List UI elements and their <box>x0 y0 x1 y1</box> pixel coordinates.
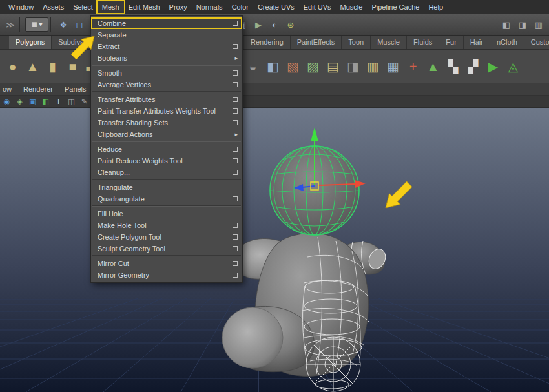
bridge-icon[interactable]: ▦ <box>384 52 402 81</box>
poly-cone-icon[interactable]: ▲ <box>23 52 42 81</box>
menubar-item[interactable]: Edit Mesh <box>124 1 165 13</box>
option-box-icon[interactable] <box>233 97 238 102</box>
option-box-icon[interactable] <box>233 273 238 278</box>
menubar-item[interactable]: Help <box>424 1 448 13</box>
menu-item[interactable]: Paint Reduce Weights Tool <box>91 155 242 167</box>
menubar-item[interactable]: Muscle <box>336 1 368 13</box>
option-box-icon[interactable] <box>233 170 238 175</box>
menu-collapse-icon[interactable]: ≫ <box>3 17 17 32</box>
bookmark-icon[interactable]: ◧ <box>40 96 51 107</box>
shelf-tab[interactable]: Hair <box>464 36 490 49</box>
separate-icon[interactable]: ▨ <box>304 52 322 81</box>
option-box-icon[interactable] <box>233 70 238 76</box>
menubar-item[interactable]: Pipeline Cache <box>367 1 424 13</box>
menu-item[interactable]: Cleanup... <box>91 167 242 178</box>
menu-item[interactable]: Mirror Geometry <box>91 269 242 281</box>
lock-camera-icon[interactable]: ◈ <box>14 96 25 107</box>
menubar-item[interactable]: Create UVs <box>253 1 299 13</box>
menu-item[interactable]: Combine <box>91 17 242 29</box>
pan-zoom-icon[interactable]: ◫ <box>66 96 77 107</box>
panel-menu-item-renderer[interactable]: Renderer <box>23 85 53 93</box>
shelf-tab[interactable]: nCloth <box>490 36 524 49</box>
checker-map-icon[interactable]: ▚ <box>444 52 462 81</box>
menu-item[interactable]: Sculpt Geometry Tool <box>91 243 242 254</box>
menubar-item[interactable]: Mesh <box>98 1 124 13</box>
option-box-icon[interactable] <box>233 158 238 163</box>
menubar-item[interactable]: Color <box>227 1 253 13</box>
option-box-icon[interactable] <box>233 246 238 251</box>
option-box-icon[interactable] <box>233 196 238 201</box>
menubar-item[interactable]: Proxy <box>165 1 192 13</box>
show-tool-settings-icon[interactable]: ◨ <box>515 17 530 32</box>
menubar-item[interactable]: Window <box>4 1 38 13</box>
uv-checker-icon[interactable]: ▞ <box>464 52 482 81</box>
camera-attributes-icon[interactable]: ▣ <box>27 96 38 107</box>
option-box-icon[interactable] <box>233 44 238 49</box>
shelf-tab[interactable]: Subdivs <box>52 36 90 49</box>
shelf-tab[interactable]: Fur <box>439 36 464 49</box>
menu-item[interactable]: Reduce <box>91 143 242 155</box>
menu-item[interactable]: Triangulate <box>91 181 242 193</box>
menu-item[interactable]: Paint Transfer Attributes Weights Tool <box>91 105 242 117</box>
shelf-tab[interactable]: Toon <box>342 36 371 49</box>
menu-item[interactable]: Booleans ▸ <box>91 52 242 64</box>
sculpt-geometry-icon[interactable]: ◒ <box>243 52 262 81</box>
grease-pencil-icon[interactable]: ✎ <box>79 96 90 107</box>
normals-icon[interactable]: ▶ <box>484 52 502 81</box>
teddy-bear-model[interactable] <box>222 127 388 391</box>
panel-menu-item-panels[interactable]: Panels <box>65 85 87 93</box>
extrude-icon[interactable]: ◨ <box>344 52 362 81</box>
select-object-icon[interactable]: ◻ <box>72 17 87 32</box>
render-settings-icon[interactable]: ⊛ <box>284 17 298 32</box>
menu-item[interactable]: Make Hole Tool <box>91 220 242 231</box>
option-box-icon[interactable] <box>233 120 238 125</box>
image-plane-icon[interactable]: T <box>53 96 64 107</box>
selection-mask-dropdown[interactable]: ▦ ▾ <box>25 17 48 32</box>
menu-item[interactable]: Mirror Cut <box>91 258 242 269</box>
shelf-tab[interactable]: Fluids <box>407 36 439 49</box>
shelf-tab[interactable]: Muscle <box>371 36 407 49</box>
menu-item[interactable]: Quadrangulate <box>91 193 242 205</box>
menu-item[interactable]: Clipboard Actions ▸ <box>91 129 242 140</box>
bevel-icon[interactable]: ▥ <box>364 52 382 81</box>
combine-icon[interactable]: ▧ <box>284 52 302 81</box>
select-hierarchy-icon[interactable]: ❖ <box>56 17 70 32</box>
menu-item[interactable]: Smooth <box>91 67 242 79</box>
menu-item[interactable]: Transfer Attributes <box>91 94 242 105</box>
shelf-tab[interactable]: Rendering <box>244 36 291 49</box>
option-box-icon[interactable] <box>233 108 238 114</box>
menu-item[interactable]: Extract <box>91 41 242 52</box>
smooth-icon[interactable]: ▤ <box>324 52 342 81</box>
panel-menu-item-show[interactable]: ow <box>3 85 12 93</box>
append-polygon-icon[interactable]: + <box>404 52 422 81</box>
menu-item[interactable]: Separate <box>91 29 242 41</box>
option-box-icon[interactable] <box>233 82 238 87</box>
menubar-item[interactable]: Edit UVs <box>299 1 336 13</box>
poly-cylinder-icon[interactable]: ▮ <box>43 52 62 81</box>
menubar-item[interactable]: Assets <box>38 1 68 13</box>
shelf-tab[interactable]: PaintEffects <box>291 36 342 49</box>
shelf-tab[interactable]: Custom <box>524 36 549 49</box>
perspective-viewport[interactable]: ow Renderer Panels ◉ ◈ ▣ ◧ T ◫ ✎ ⊞ ▭ ◔ <box>0 83 549 392</box>
display-toggle-icon[interactable]: ◬ <box>504 52 523 81</box>
scene-canvas[interactable] <box>0 108 549 392</box>
menu-item[interactable]: Average Vertices <box>91 79 242 90</box>
mirror-geometry-icon[interactable]: ◧ <box>264 52 282 81</box>
ipr-render-icon[interactable]: ◐ <box>267 17 282 32</box>
menu-item[interactable]: Fill Hole <box>91 208 242 220</box>
split-polygon-icon[interactable]: ▲ <box>424 52 442 81</box>
option-box-icon[interactable] <box>233 223 238 228</box>
menubar-item[interactable]: Select <box>68 1 98 13</box>
menubar-item[interactable]: Normals <box>192 1 227 13</box>
select-camera-icon[interactable]: ◉ <box>1 96 12 107</box>
render-current-frame-icon[interactable]: ▶ <box>251 17 265 32</box>
option-box-icon[interactable] <box>233 261 238 266</box>
show-attribute-editor-icon[interactable]: ◧ <box>499 17 513 32</box>
show-channel-box-icon[interactable]: ▥ <box>532 17 546 32</box>
poly-sphere-icon[interactable]: ● <box>3 52 22 81</box>
option-box-icon[interactable] <box>233 147 238 152</box>
shelf-tab[interactable]: Polygons <box>9 36 52 49</box>
option-box-icon[interactable] <box>233 234 238 240</box>
option-box-icon[interactable] <box>233 21 238 26</box>
poly-cube-icon[interactable]: ■ <box>63 52 82 81</box>
